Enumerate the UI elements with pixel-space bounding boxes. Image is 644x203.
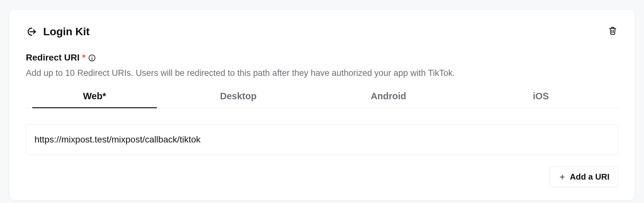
trash-icon	[608, 26, 617, 35]
delete-button[interactable]	[607, 25, 618, 36]
field-label-row: Redirect URI *	[26, 53, 618, 63]
actions-row: ＋ Add a URI	[26, 166, 618, 187]
tab-ios[interactable]: iOS	[464, 91, 618, 108]
field-helper: Add up to 10 Redirect URIs. Users will b…	[26, 67, 618, 79]
tab-desktop[interactable]: Desktop	[163, 91, 313, 108]
redirect-uri-input[interactable]	[26, 124, 618, 155]
info-icon[interactable]	[88, 54, 96, 61]
platform-tabs: Web* Desktop Android iOS	[26, 91, 618, 108]
svg-point-2	[92, 56, 92, 57]
tab-web[interactable]: Web*	[26, 91, 163, 108]
card-header: Login Kit	[26, 25, 618, 38]
login-kit-card: Login Kit Redirect URI * Add up to 10 Re…	[9, 10, 635, 200]
login-icon	[26, 26, 37, 37]
tab-android[interactable]: Android	[313, 91, 464, 108]
field-label: Redirect URI	[26, 53, 80, 63]
required-mark: *	[82, 53, 86, 63]
add-uri-label: Add a URI	[570, 172, 610, 182]
card-title: Login Kit	[43, 25, 90, 38]
plus-icon: ＋	[558, 172, 567, 181]
add-uri-button[interactable]: ＋ Add a URI	[549, 166, 618, 187]
